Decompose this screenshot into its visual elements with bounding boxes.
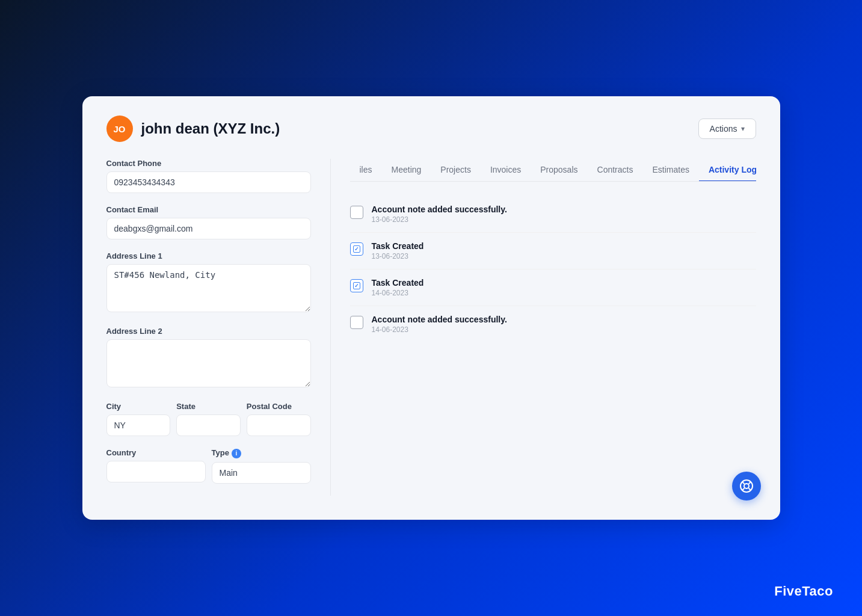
address-line1-label: Address Line 1 bbox=[106, 251, 311, 260]
state-input[interactable] bbox=[176, 414, 241, 436]
postal-code-group: Postal Code bbox=[247, 402, 311, 436]
activity-item: Task Created13-06-2023 bbox=[350, 233, 756, 270]
left-column: Contact Phone Contact Email Address Line… bbox=[106, 159, 311, 496]
activity-list: Account note added successfully.13-06-20… bbox=[350, 196, 756, 342]
branding-label: FiveTaco bbox=[774, 584, 833, 599]
activity-date: 14-06-2023 bbox=[372, 289, 424, 297]
support-button[interactable] bbox=[732, 472, 761, 500]
svg-line-2 bbox=[742, 482, 745, 484]
postal-code-input[interactable] bbox=[247, 414, 311, 436]
contact-email-label: Contact Email bbox=[106, 205, 311, 214]
activity-title: Task Created bbox=[372, 278, 424, 288]
country-label: Country bbox=[106, 448, 206, 457]
type-info-icon: i bbox=[232, 449, 241, 458]
tab-invoices[interactable]: Invoices bbox=[481, 159, 531, 182]
tab-proposals[interactable]: Proposals bbox=[531, 159, 587, 182]
tab-iles[interactable]: iles bbox=[350, 159, 382, 182]
contact-name: john dean (XYZ Inc.) bbox=[141, 120, 280, 137]
tab-activity-log[interactable]: Activity Log bbox=[699, 159, 756, 182]
task-icon bbox=[350, 279, 363, 292]
type-input[interactable] bbox=[212, 462, 311, 484]
main-card: JO john dean (XYZ Inc.) Actions Contact … bbox=[82, 96, 780, 520]
city-input[interactable] bbox=[106, 414, 171, 436]
address-line1-group: Address Line 1 ST#456 Newland, City bbox=[106, 251, 311, 315]
activity-title: Task Created bbox=[372, 241, 424, 251]
actions-button[interactable]: Actions bbox=[698, 119, 756, 139]
contact-phone-group: Contact Phone bbox=[106, 159, 311, 193]
postal-code-label: Postal Code bbox=[247, 402, 311, 411]
tab-meeting[interactable]: Meeting bbox=[382, 159, 431, 182]
address-line2-label: Address Line 2 bbox=[106, 327, 311, 336]
tab-contracts[interactable]: Contracts bbox=[588, 159, 643, 182]
address-line2-group: Address Line 2 bbox=[106, 327, 311, 390]
activity-date: 14-06-2023 bbox=[372, 325, 507, 334]
note-icon bbox=[350, 206, 363, 219]
svg-line-5 bbox=[742, 488, 745, 490]
tab-projects[interactable]: Projects bbox=[431, 159, 481, 182]
city-state-postal-row: City State Postal Code bbox=[106, 402, 311, 448]
activity-item: Task Created14-06-2023 bbox=[350, 270, 756, 306]
contact-email-input[interactable] bbox=[106, 218, 311, 239]
activity-date: 13-06-2023 bbox=[372, 215, 507, 224]
activity-item: Account note added successfully.14-06-20… bbox=[350, 306, 756, 342]
country-type-row: Country Typei bbox=[106, 448, 311, 496]
svg-line-4 bbox=[748, 488, 751, 490]
life-ring-icon bbox=[739, 479, 754, 493]
task-icon bbox=[350, 242, 363, 256]
city-group: City bbox=[106, 402, 171, 436]
avatar: JO bbox=[106, 116, 133, 142]
tabs-container: ilesMeetingProjectsInvoicesProposalsCont… bbox=[350, 159, 756, 182]
activity-content: Account note added successfully.13-06-20… bbox=[372, 205, 507, 224]
city-label: City bbox=[106, 402, 171, 411]
header-left: JO john dean (XYZ Inc.) bbox=[106, 116, 280, 142]
note-icon bbox=[350, 316, 363, 329]
country-input[interactable] bbox=[106, 461, 206, 482]
activity-title: Account note added successfully. bbox=[372, 205, 507, 214]
activity-title: Account note added successfully. bbox=[372, 315, 507, 324]
state-label: State bbox=[176, 402, 241, 411]
activity-content: Task Created13-06-2023 bbox=[372, 241, 424, 260]
country-group: Country bbox=[106, 448, 206, 484]
card-header: JO john dean (XYZ Inc.) Actions bbox=[106, 116, 756, 142]
type-group: Typei bbox=[212, 448, 311, 484]
state-group: State bbox=[176, 402, 241, 436]
right-column: ilesMeetingProjectsInvoicesProposalsCont… bbox=[350, 159, 756, 496]
contact-email-group: Contact Email bbox=[106, 205, 311, 239]
card-body: Contact Phone Contact Email Address Line… bbox=[106, 159, 756, 496]
activity-date: 13-06-2023 bbox=[372, 252, 424, 260]
address-line2-input[interactable] bbox=[106, 339, 311, 387]
activity-item: Account note added successfully.13-06-20… bbox=[350, 196, 756, 233]
svg-line-3 bbox=[748, 482, 751, 484]
type-label: Typei bbox=[212, 448, 311, 458]
contact-phone-input[interactable] bbox=[106, 171, 311, 193]
activity-content: Task Created14-06-2023 bbox=[372, 278, 424, 297]
svg-point-1 bbox=[744, 484, 749, 488]
vertical-divider bbox=[330, 159, 331, 496]
contact-phone-label: Contact Phone bbox=[106, 159, 311, 168]
address-line1-input[interactable]: ST#456 Newland, City bbox=[106, 264, 311, 312]
tab-estimates[interactable]: Estimates bbox=[642, 159, 698, 182]
activity-content: Account note added successfully.14-06-20… bbox=[372, 315, 507, 334]
